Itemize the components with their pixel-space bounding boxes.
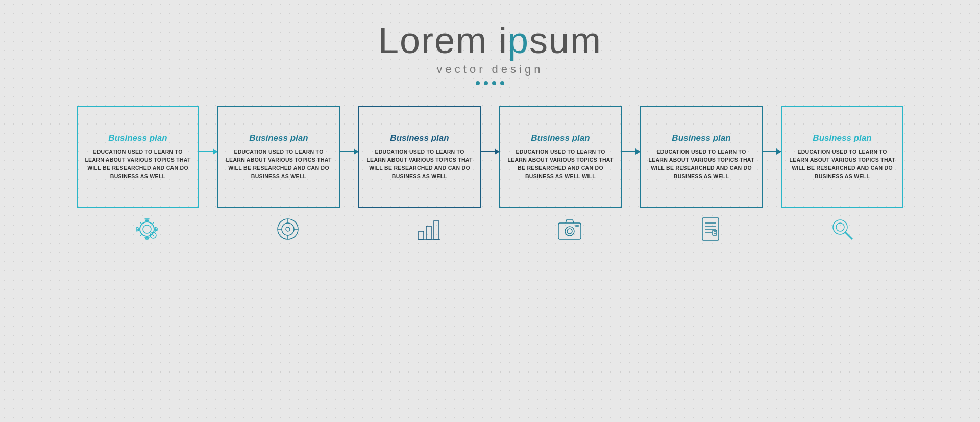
card-2-title: Business plan [249,133,308,143]
svg-point-4 [282,223,294,235]
camera-icon [556,216,583,242]
card-4-title: Business plan [531,133,590,143]
svg-rect-23 [713,230,717,235]
svg-point-28 [836,223,844,231]
card-3-body: EDUCATION USED TO LEARN TO LEARN ABOUT V… [366,147,473,181]
icon-area-3 [415,215,442,243]
search-icon [829,216,855,242]
svg-point-15 [565,227,574,236]
dot-4 [500,81,504,85]
svg-rect-10 [419,231,424,239]
dot-2 [484,81,488,85]
dot-1 [476,81,480,85]
card-4-body: EDUCATION USED TO LEARN TO LEARN ABOUT V… [507,147,614,181]
card-5-body: EDUCATION USED TO LEARN TO LEARN ABOUT V… [648,147,754,181]
step-4: Business plan EDUCATION USED TO LEARN TO… [499,106,640,243]
card-2: Business plan EDUCATION USED TO LEARN TO… [217,106,340,208]
svg-rect-12 [434,221,439,239]
subtitle: vector design [378,63,602,76]
arrow-2 [340,151,358,152]
document-icon [697,216,724,242]
card-6-body: EDUCATION USED TO LEARN TO LEARN ABOUT V… [789,147,895,181]
icon-area-1 [134,215,160,243]
step-2: Business plan EDUCATION USED TO LEARN TO… [217,106,358,243]
icon-area-5 [697,215,724,243]
infographic-container: Business plan EDUCATION USED TO LEARN TO… [46,106,934,243]
card-1-body: EDUCATION USED TO LEARN TO LEARN ABOUT V… [85,147,191,181]
card-1: Business plan EDUCATION USED TO LEARN TO… [77,106,199,208]
arrow-4 [622,151,640,152]
card-3: Business plan EDUCATION USED TO LEARN TO… [358,106,481,208]
decorative-dots [378,81,602,85]
target-icon [275,216,301,242]
svg-rect-14 [558,223,581,239]
card-6: Business plan EDUCATION USED TO LEARN TO… [781,106,903,208]
card-2-body: EDUCATION USED TO LEARN TO LEARN ABOUT V… [226,147,332,181]
card-6-title: Business plan [813,133,871,143]
icon-area-2 [275,215,301,243]
card-3-title: Business plan [390,133,449,143]
svg-point-5 [286,227,290,231]
arrow-3 [481,151,499,152]
svg-point-16 [567,229,572,234]
svg-rect-11 [426,226,431,239]
step-6: Business plan EDUCATION USED TO LEARN TO… [781,106,903,243]
gear-icon [134,216,160,242]
arrow-5 [763,151,781,152]
dot-3 [492,81,496,85]
icon-area-4 [556,215,583,243]
step-3: Business plan EDUCATION USED TO LEARN TO… [358,106,499,243]
chart-icon [415,216,442,242]
svg-point-0 [143,225,151,233]
svg-point-26 [833,220,847,234]
step-5: Business plan EDUCATION USED TO LEARN TO… [640,106,781,243]
step-1: Business plan EDUCATION USED TO LEARN TO… [77,106,217,243]
header-section: Lorem ipsum vector design [378,20,602,85]
main-title: Lorem ipsum [378,20,602,61]
card-4: Business plan EDUCATION USED TO LEARN TO… [499,106,622,208]
icon-area-6 [829,215,855,243]
card-5: Business plan EDUCATION USED TO LEARN TO… [640,106,763,208]
svg-line-27 [845,232,852,239]
svg-rect-17 [576,225,578,227]
card-5-title: Business plan [672,133,730,143]
arrow-1 [199,151,217,152]
svg-point-1 [140,222,154,236]
card-1-title: Business plan [108,133,167,143]
